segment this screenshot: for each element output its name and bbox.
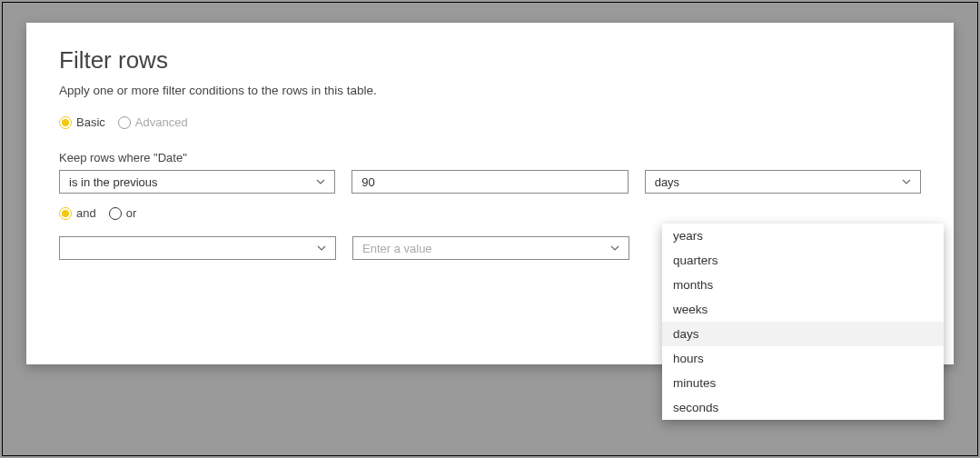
radio-basic[interactable]: Basic	[59, 115, 105, 129]
condition-select-1[interactable]: is in the previous	[59, 170, 335, 194]
radio-icon	[118, 116, 131, 129]
radio-label: or	[126, 206, 137, 220]
unit-dropdown-list: yearsquartersmonthsweeksdayshoursminutes…	[662, 224, 944, 420]
input-placeholder: Enter a value	[362, 242, 432, 255]
unit-option-quarters[interactable]: quarters	[662, 248, 944, 273]
unit-option-minutes[interactable]: minutes	[662, 371, 944, 395]
chevron-down-icon	[902, 177, 911, 186]
condition-select-2[interactable]	[59, 236, 336, 260]
radio-icon	[59, 207, 72, 220]
radio-or[interactable]: or	[109, 206, 137, 220]
input-value: 90	[361, 175, 374, 189]
radio-label: and	[76, 206, 96, 220]
value-input-1[interactable]: 90	[351, 170, 628, 194]
radio-label: Basic	[76, 115, 105, 129]
value-input-2[interactable]: Enter a value	[352, 236, 629, 260]
radio-label: Advanced	[135, 115, 188, 129]
filter-rows-dialog: Filter rows Apply one or more filter con…	[26, 23, 954, 364]
chevron-down-icon	[316, 177, 325, 186]
dialog-subtitle: Apply one or more filter conditions to t…	[59, 84, 921, 97]
unit-option-years[interactable]: years	[662, 224, 944, 248]
select-value: is in the previous	[69, 175, 158, 189]
dialog-title: Filter rows	[59, 46, 921, 75]
mode-radio-group: Basic Advanced	[59, 115, 921, 129]
unit-option-seconds[interactable]: seconds	[662, 395, 944, 420]
radio-and[interactable]: and	[59, 206, 96, 220]
chevron-down-icon	[610, 244, 619, 253]
unit-select-1[interactable]: days	[645, 170, 921, 194]
keep-rows-label: Keep rows where "Date"	[59, 151, 921, 164]
radio-icon	[59, 116, 72, 129]
logic-radio-group: and or	[59, 206, 921, 220]
unit-option-days[interactable]: days	[662, 322, 944, 346]
select-value: days	[655, 175, 679, 189]
unit-option-months[interactable]: months	[662, 273, 944, 297]
chevron-down-icon	[317, 244, 326, 253]
unit-option-hours[interactable]: hours	[662, 346, 944, 371]
unit-option-weeks[interactable]: weeks	[662, 297, 944, 322]
radio-icon	[109, 207, 122, 220]
filter-row-1: is in the previous 90 days	[59, 170, 921, 194]
radio-advanced[interactable]: Advanced	[118, 115, 188, 129]
